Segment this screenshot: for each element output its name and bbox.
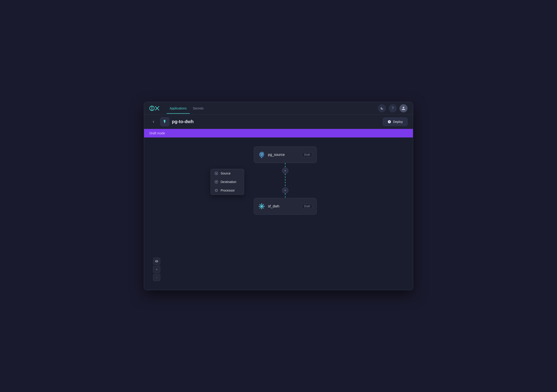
app-icon-box	[160, 117, 169, 126]
logo	[149, 105, 159, 112]
node-pg-source-badge: Draft	[302, 152, 312, 157]
connector-line-bot	[285, 193, 286, 198]
connector-top: + +	[285, 163, 286, 198]
node-pg-source-label: pg_source	[268, 153, 299, 157]
draft-banner: Draft mode	[144, 129, 413, 137]
destination-icon	[214, 180, 218, 184]
deploy-button[interactable]: Deploy	[383, 118, 408, 126]
zoom-in-label: +	[156, 268, 157, 271]
theme-toggle-button[interactable]	[378, 104, 386, 112]
lightning-icon	[163, 120, 167, 124]
zoom-out-button[interactable]: -	[153, 274, 160, 281]
nav-right: ?	[378, 104, 408, 112]
source-icon	[214, 171, 218, 175]
eye-icon	[155, 259, 158, 263]
svg-rect-19	[215, 190, 217, 191]
svg-point-7	[262, 154, 263, 154]
deploy-icon	[388, 120, 391, 124]
node-sf-dwh-label: sf_dwh	[268, 204, 299, 208]
add-node-mid-button[interactable]: +	[282, 187, 288, 193]
node-pg-source[interactable]: pg_source Draft	[254, 146, 317, 163]
pipeline-container: pg_source Draft + +	[254, 146, 317, 215]
context-menu: Source Destination Proce	[211, 169, 244, 195]
zoom-out-label: -	[156, 276, 157, 279]
context-processor-label: Processor	[221, 189, 235, 192]
app-title: pg-to-dwh	[172, 119, 383, 124]
nav-secrets[interactable]: Secrets	[190, 103, 207, 114]
postgres-icon	[258, 151, 265, 158]
connector-line-mid	[285, 174, 286, 187]
nav-applications[interactable]: Applications	[166, 103, 190, 114]
user-avatar-button[interactable]	[400, 104, 408, 112]
context-menu-destination[interactable]: Destination	[211, 178, 244, 186]
back-button[interactable]	[149, 118, 157, 126]
canvas-controls: + -	[153, 258, 160, 281]
context-menu-processor[interactable]: Processor	[211, 186, 244, 195]
context-menu-source[interactable]: Source	[211, 169, 244, 178]
app-window: Applications Secrets ?	[144, 102, 413, 290]
toolbar: pg-to-dwh Deploy	[144, 115, 413, 129]
nav-links: Applications Secrets	[166, 103, 378, 114]
connector-line-top	[285, 163, 286, 168]
svg-point-14	[261, 208, 262, 209]
question-icon: ?	[392, 106, 394, 110]
overview-button[interactable]	[153, 258, 160, 265]
deploy-label: Deploy	[393, 120, 403, 124]
svg-point-13	[261, 203, 262, 204]
processor-icon	[214, 188, 218, 192]
pipeline-canvas[interactable]: pg_source Draft + +	[144, 137, 413, 290]
moon-icon	[380, 106, 384, 110]
svg-point-16	[264, 206, 265, 207]
svg-point-12	[261, 206, 262, 207]
svg-point-15	[259, 206, 260, 207]
context-destination-label: Destination	[221, 180, 236, 184]
node-sf-dwh[interactable]: sf_dwh Draft	[254, 198, 317, 215]
help-button[interactable]: ?	[389, 104, 397, 112]
navbar: Applications Secrets ?	[144, 102, 413, 115]
logo-icon	[149, 105, 159, 112]
context-source-label: Source	[221, 172, 230, 175]
draft-text: Draft mode	[149, 131, 165, 135]
node-sf-dwh-badge: Draft	[302, 204, 312, 209]
svg-point-6	[261, 154, 262, 154]
snowflake-icon	[258, 203, 265, 210]
back-icon	[151, 120, 156, 124]
user-icon	[401, 106, 406, 110]
zoom-in-button[interactable]: +	[153, 266, 160, 273]
add-node-top-button[interactable]: +	[282, 168, 288, 174]
